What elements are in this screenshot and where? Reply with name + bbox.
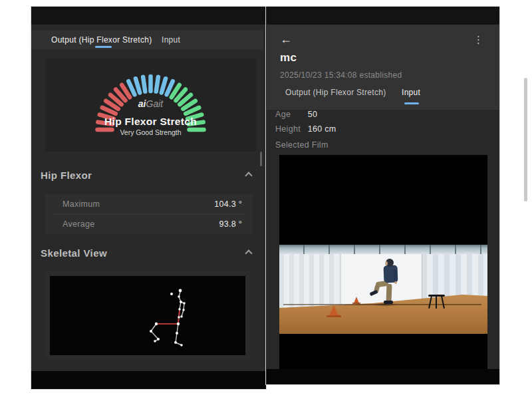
hip-flexor-section-header: Hip Flexor: [41, 170, 257, 181]
selected-film-label: Selected Film: [275, 140, 329, 150]
row-value: 93.8 °: [219, 214, 242, 234]
navigation-bar: [267, 369, 499, 384]
hip-flexor-values-table: Maximum 104.3 ° Average 93.8 °: [45, 194, 253, 234]
table-row: Maximum 104.3 °: [45, 194, 253, 214]
status-bar: [31, 7, 266, 25]
detail-header: ← ⋮ mc 2025/10/23 15:34:08 established O…: [267, 25, 499, 110]
kebab-menu-icon[interactable]: ⋮: [473, 34, 483, 46]
field-value: 50: [308, 110, 318, 119]
stool: [428, 295, 445, 309]
left-tab-bar: Output (Hip Flexor Stretch) Input: [31, 30, 263, 50]
row-label: Maximum: [63, 194, 100, 214]
tab-input[interactable]: Input: [402, 84, 420, 101]
row-value: 104.3 °: [214, 194, 242, 214]
tab-output-hip-flexor-stretch[interactable]: Output (Hip Flexor Stretch): [285, 84, 386, 101]
page-scrollbar[interactable]: [524, 78, 527, 201]
field-label: Age: [275, 110, 305, 119]
tab-input[interactable]: Input: [162, 30, 180, 50]
gauge-subtitle: Very Good Strength: [45, 128, 256, 136]
logo-gait: Gait: [146, 98, 164, 109]
selected-film-video[interactable]: [279, 155, 487, 369]
skeletal-view-canvas: [50, 276, 245, 355]
left-result-panel: Output (Hip Flexor Stretch) Input aiGait…: [31, 7, 266, 389]
cone: [329, 305, 338, 316]
row-label: Average: [63, 214, 94, 234]
skeletal-view-section-header: Skeletal View: [41, 247, 257, 259]
skeletal-view-section-title: Skeletal View: [41, 247, 107, 259]
back-arrow-icon[interactable]: ←: [280, 33, 292, 47]
age-field: Age 50: [275, 110, 317, 119]
gauge-title: Hip Flexor Stretch: [45, 116, 256, 128]
record-title: mc: [280, 51, 297, 65]
active-tab-underline: [95, 46, 112, 48]
logo-ai: ai: [138, 98, 146, 109]
skeletal-view-card: [45, 271, 251, 360]
film-frame: [279, 245, 487, 334]
strength-gauge-card: aiGait Hip Flexor Stretch Very Good Stre…: [45, 59, 256, 152]
chevron-up-icon[interactable]: [245, 172, 252, 179]
height-field: Height 160 cm: [275, 124, 336, 134]
field-value: 160 cm: [308, 124, 336, 134]
skeleton-figure: [50, 276, 245, 355]
screenshot-stage: Output (Hip Flexor Stretch) Input aiGait…: [0, 0, 532, 399]
aigait-logo: aiGait: [45, 98, 256, 109]
field-label: Height: [275, 124, 305, 134]
active-tab-underline: [404, 102, 419, 104]
status-bar: [267, 7, 499, 25]
hip-flexor-section-title: Hip Flexor: [41, 170, 92, 181]
navigation-bar: [31, 371, 266, 389]
right-detail-panel: ← ⋮ mc 2025/10/23 15:34:08 established O…: [266, 7, 499, 384]
table-row: Average 93.8 °: [45, 214, 253, 234]
panel-scrollbar[interactable]: [260, 152, 262, 166]
record-timestamp: 2025/10/23 15:34:08 established: [280, 70, 402, 80]
chevron-up-icon[interactable]: [245, 249, 252, 257]
